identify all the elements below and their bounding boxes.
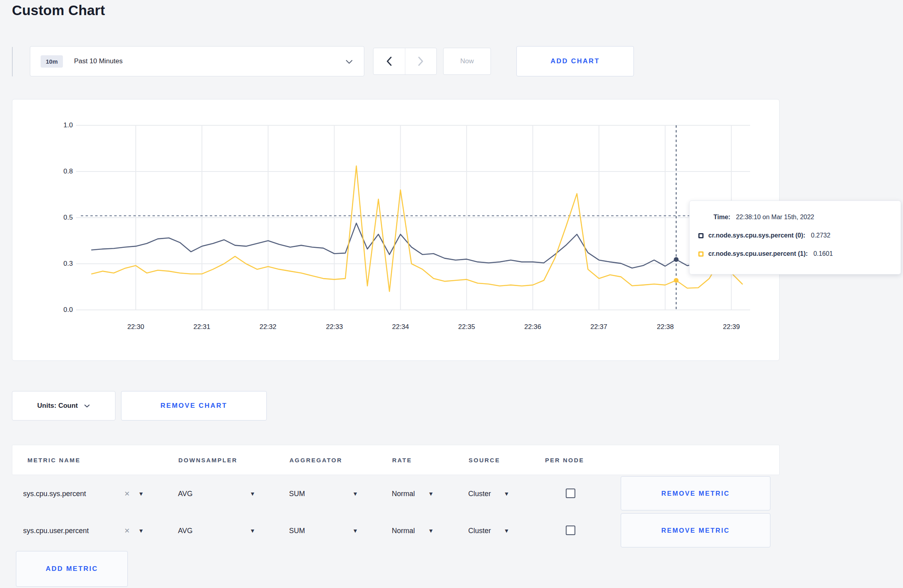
x-axis-tick: 22:36 <box>509 322 557 332</box>
caret-down-icon[interactable]: ▼ <box>505 528 508 533</box>
time-range-select[interactable]: 10m Past 10 Minutes <box>30 46 364 76</box>
tooltip-series-value: 0.1601 <box>813 250 833 257</box>
hover-tooltip: Time: 22:38:10 on Mar 15th, 2022 cr.node… <box>689 201 901 275</box>
col-header-source: SOURCE <box>469 457 500 463</box>
units-label: Units: Count <box>37 402 78 410</box>
chevron-down-icon <box>84 404 90 408</box>
caret-down-icon[interactable]: ▼ <box>429 491 432 496</box>
aggregator-select[interactable]: SUM <box>289 489 305 498</box>
col-header-aggregator: AGGREGATOR <box>289 457 342 463</box>
caret-down-icon[interactable]: ▼ <box>251 491 254 496</box>
next-time-button[interactable] <box>405 48 437 74</box>
downsampler-select[interactable]: AVG <box>178 526 193 535</box>
caret-down-icon[interactable]: ▼ <box>139 528 143 533</box>
downsampler-select[interactable]: AVG <box>178 489 193 498</box>
x-axis-tick: 22:37 <box>575 322 623 332</box>
x-axis-tick: 22:31 <box>178 322 226 332</box>
chart-card: 1.0 0.8 0.5 0.3 0.0 22:30 22:31 22:32 22… <box>12 99 780 361</box>
remove-metric-button[interactable]: REMOVE METRIC <box>621 513 770 547</box>
caret-down-icon[interactable]: ▼ <box>354 491 357 496</box>
source-select[interactable]: Cluster <box>468 526 491 535</box>
per-node-checkbox[interactable] <box>566 526 575 535</box>
time-range-label: Past 10 Minutes <box>74 57 123 65</box>
remove-metric-button[interactable]: REMOVE METRIC <box>621 476 770 510</box>
y-axis-tick: 0.3 <box>36 259 73 269</box>
x-axis-tick: 22:33 <box>311 322 358 332</box>
x-axis-tick: 22:39 <box>708 322 755 332</box>
clear-metric-icon[interactable]: ✕ <box>124 526 130 535</box>
x-axis-tick: 22:34 <box>377 322 424 332</box>
chevron-left-icon <box>386 56 392 66</box>
remove-chart-button[interactable]: REMOVE CHART <box>121 391 267 421</box>
custom-chart-page: Custom Chart 10m Past 10 Minutes Now ADD… <box>0 0 903 588</box>
col-header-downsampler: DOWNSAMPLER <box>178 457 237 463</box>
add-metric-button[interactable]: ADD METRIC <box>16 551 128 587</box>
caret-down-icon[interactable]: ▼ <box>139 491 143 496</box>
units-select[interactable]: Units: Count <box>12 391 115 421</box>
x-axis-tick: 22:30 <box>112 322 160 332</box>
aggregator-select[interactable]: SUM <box>289 526 305 535</box>
page-title: Custom Chart <box>12 2 105 18</box>
chevron-right-icon <box>418 56 424 66</box>
metric-name-value[interactable]: sys.cpu.sys.percent <box>23 489 86 498</box>
metric-row: sys.cpu.sys.percent ✕ ▼ AVG ▼ SUM ▼ Norm… <box>0 475 903 512</box>
caret-down-icon[interactable]: ▼ <box>251 528 254 533</box>
tooltip-swatch <box>698 251 704 257</box>
col-header-per-node: PER NODE <box>545 457 584 463</box>
caret-down-icon[interactable]: ▼ <box>429 528 432 533</box>
y-axis-tick: 0.5 <box>36 212 73 223</box>
rate-select[interactable]: Normal <box>392 526 415 535</box>
source-select[interactable]: Cluster <box>468 489 491 498</box>
y-axis-tick: 1.0 <box>36 120 73 130</box>
tooltip-time-value: 22:38:10 on Mar 15th, 2022 <box>736 214 814 221</box>
x-axis-tick: 22:38 <box>641 322 689 332</box>
chevron-down-icon <box>346 60 353 64</box>
add-chart-button[interactable]: ADD CHART <box>516 46 634 76</box>
col-header-rate: RATE <box>392 457 412 463</box>
col-header-metric-name: METRIC NAME <box>27 457 80 463</box>
time-range-badge: 10m <box>41 55 63 68</box>
toolbar-divider <box>12 47 13 76</box>
metric-row: sys.cpu.user.percent ✕ ▼ AVG ▼ SUM ▼ Nor… <box>0 512 903 549</box>
tooltip-swatch <box>698 233 704 238</box>
tooltip-series-label: cr.node.sys.cpu.user.percent (1): <box>708 250 808 257</box>
x-axis-tick: 22:35 <box>443 322 491 332</box>
per-node-checkbox[interactable] <box>566 489 575 498</box>
clear-metric-icon[interactable]: ✕ <box>124 489 130 498</box>
tooltip-series-value: 0.2732 <box>811 232 831 239</box>
tooltip-series-label: cr.node.sys.cpu.sys.percent (0): <box>708 232 805 239</box>
now-button[interactable]: Now <box>443 48 491 75</box>
prev-time-button[interactable] <box>373 48 405 74</box>
metrics-table-header: METRIC NAME DOWNSAMPLER AGGREGATOR RATE … <box>12 445 780 475</box>
caret-down-icon[interactable]: ▼ <box>505 491 508 496</box>
y-axis-tick: 0.0 <box>36 305 73 315</box>
tooltip-time-label: Time: <box>713 214 730 221</box>
metric-name-value[interactable]: sys.cpu.user.percent <box>23 526 89 535</box>
rate-select[interactable]: Normal <box>392 489 415 498</box>
time-pager <box>373 48 437 75</box>
caret-down-icon[interactable]: ▼ <box>354 528 357 533</box>
x-axis-tick: 22:32 <box>244 322 292 332</box>
y-axis-tick: 0.8 <box>36 166 73 177</box>
